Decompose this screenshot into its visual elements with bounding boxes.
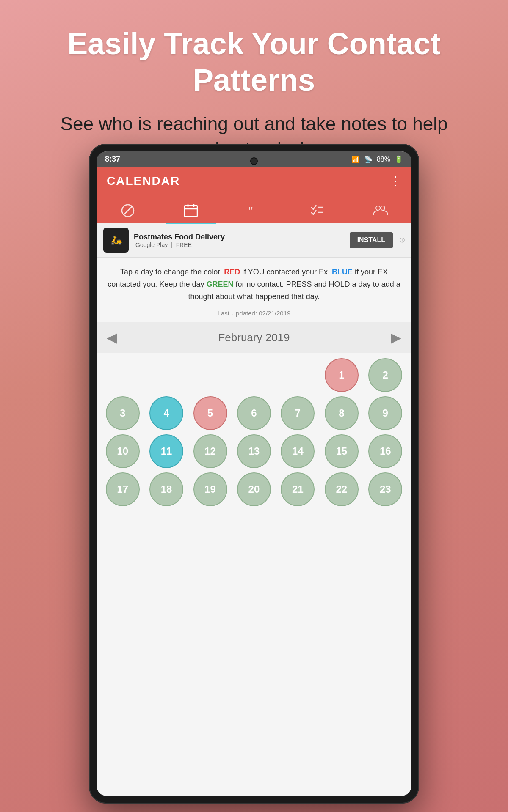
cal-week-0: 12 [101,358,407,392]
ad-marker-icon: ⓘ [400,237,405,244]
cal-week-2: 10111213141516 [101,434,407,468]
ad-content: Postmates Food Delivery Google Play | FR… [134,233,345,248]
tab-checklist[interactable] [285,198,348,223]
calendar-month-label: February 2019 [218,331,290,344]
cal-day-2[interactable]: 2 [368,358,402,392]
ad-price: FREE [176,241,192,248]
cal-day-14[interactable]: 14 [281,434,315,468]
status-time: 8:37 [105,155,120,164]
cal-day-17[interactable]: 17 [106,472,140,506]
ad-banner[interactable]: 🛵 Postmates Food Delivery Google Play | … [97,223,411,258]
cal-day-12[interactable]: 12 [193,434,227,468]
prev-month-button[interactable]: ◀ [107,329,117,346]
tablet-screen: 8:37 📶 📡 88% 🔋 CALENDAR ⋮ [97,151,411,796]
tab-contacts[interactable] [348,198,411,223]
cal-day-6[interactable]: 6 [237,396,271,430]
cal-day-10[interactable]: 10 [106,434,140,468]
tab-calendar[interactable] [160,198,223,223]
tab-quotes[interactable]: " [223,198,286,223]
app-title: CALENDAR [107,174,180,188]
cal-day-13[interactable]: 13 [237,434,271,468]
ad-app-icon: 🛵 [103,228,129,253]
ad-subtitle: Google Play | FREE [134,241,345,248]
battery-text: 88% [377,156,390,163]
cal-day-7[interactable]: 7 [281,396,315,430]
cal-day-19[interactable]: 19 [193,472,227,506]
battery-icon: 🔋 [395,155,403,163]
cal-week-3: 17181920212223 [101,472,407,506]
cal-day-8[interactable]: 8 [325,396,359,430]
cal-day-22[interactable]: 22 [325,472,359,506]
hero-title: Easily Track Your Contact Patterns [34,25,474,99]
cal-day-20[interactable]: 20 [237,472,271,506]
svg-point-9 [376,206,380,210]
tablet-container: 8:37 📶 📡 88% 🔋 CALENDAR ⋮ [89,144,419,804]
cal-week-1: 3456789 [101,396,407,430]
cal-day-empty [149,358,183,392]
cal-day-5[interactable]: 5 [193,396,227,430]
signal-icon: 📡 [364,155,373,163]
svg-point-10 [381,206,385,210]
cal-day-4[interactable]: 4 [149,396,183,430]
cal-day-18[interactable]: 18 [149,472,183,506]
cal-day-16[interactable]: 16 [368,434,402,468]
ad-install-button[interactable]: INSTALL [350,232,393,248]
cal-day-empty [237,358,271,392]
calendar-grid: 1234567891011121314151617181920212223 [97,353,411,796]
cal-day-empty [193,358,227,392]
cal-day-1[interactable]: 1 [325,358,359,392]
calendar-nav: ◀ February 2019 ▶ [97,322,411,353]
cal-day-11[interactable]: 11 [149,434,183,468]
instruction-main: Tap a day to change the color. [120,268,224,276]
instruction-blue-word: BLUE [332,268,353,276]
cal-day-15[interactable]: 15 [325,434,359,468]
instruction-green-word: GREEN [206,280,233,288]
nav-tabs: " [97,195,411,223]
ad-icon-wrapper: 🛵 [103,228,129,253]
svg-text:": " [248,203,253,217]
cal-day-21[interactable]: 21 [281,472,315,506]
cal-day-9[interactable]: 9 [368,396,402,430]
tab-no-contact[interactable] [97,198,160,223]
cal-day-empty [281,358,315,392]
ad-store: Google Play [135,241,168,248]
screen-content: 🛵 Postmates Food Delivery Google Play | … [97,223,411,796]
instructions-text: Tap a day to change the color. RED if YO… [97,258,411,307]
app-header: CALENDAR ⋮ [97,167,411,195]
next-month-button[interactable]: ▶ [391,329,401,346]
status-icons: 📶 📡 88% 🔋 [351,155,403,163]
cal-day-empty [106,358,140,392]
camera-icon [250,157,258,165]
last-updated: Last Updated: 02/21/2019 [97,307,411,322]
menu-button[interactable]: ⋮ [389,174,401,188]
instruction-red-text: if YOU contacted your Ex. [240,268,332,276]
cal-day-23[interactable]: 23 [368,472,402,506]
instruction-red-word: RED [224,268,240,276]
svg-line-1 [124,206,132,215]
ad-title: Postmates Food Delivery [134,233,345,241]
svg-rect-2 [185,206,197,217]
tablet-frame: 8:37 📶 📡 88% 🔋 CALENDAR ⋮ [89,144,419,804]
cal-day-3[interactable]: 3 [106,396,140,430]
wifi-icon: 📶 [351,155,360,163]
